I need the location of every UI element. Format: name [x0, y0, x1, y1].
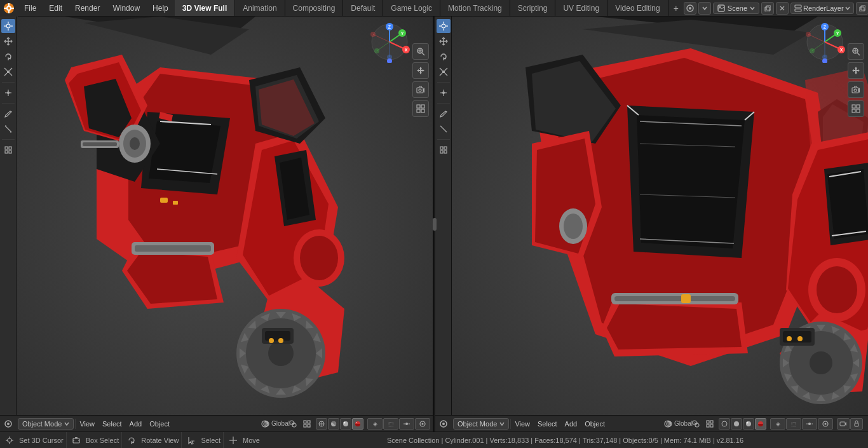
nav-gizmo-right[interactable]: Z Y X	[804, 22, 846, 63]
pan-btn-right[interactable]	[848, 62, 864, 79]
rendered-btn-left[interactable]	[352, 418, 363, 430]
tab-motion-tracking[interactable]: Motion Tracking	[440, 0, 510, 16]
camera-view-right[interactable]	[837, 418, 850, 430]
solid-btn-left[interactable]	[328, 418, 339, 430]
object-menu-left[interactable]: Object	[146, 416, 173, 431]
nav-gizmo-left[interactable]: Z Y X	[369, 22, 410, 63]
solid-btn-right[interactable]	[731, 418, 742, 430]
zoom-btn-left[interactable]	[412, 43, 429, 60]
add-menu-right[interactable]: Add	[561, 416, 581, 431]
viewport-right-model	[452, 17, 868, 431]
tab-scripting[interactable]: Scripting	[510, 0, 556, 16]
object-mode-dropdown-left[interactable]: Object Mode	[18, 418, 74, 430]
xray-toggle-right[interactable]: ⬚	[786, 418, 801, 430]
menu-help[interactable]: Help	[146, 0, 175, 16]
rendered-btn-right[interactable]	[755, 418, 766, 430]
scale-tool-btn-r[interactable]	[437, 65, 451, 79]
add-menu-left[interactable]: Add	[126, 416, 146, 431]
proportional-edit-right[interactable]	[818, 418, 833, 430]
viewport-right[interactable]: Z Y X	[435, 17, 868, 431]
proportional-edit-left[interactable]	[415, 418, 430, 430]
svg-rect-148	[444, 151, 447, 153]
pan-btn-left[interactable]	[412, 62, 429, 79]
render-layer-copy-btn[interactable]	[856, 2, 868, 15]
overlay-right[interactable]	[689, 417, 702, 430]
overlay-toggle-right[interactable]: ◈	[770, 418, 785, 430]
scene-close-btn[interactable]	[776, 2, 789, 15]
scene-selector[interactable]: Scene	[713, 3, 759, 14]
wireframe-btn-left[interactable]	[316, 418, 327, 430]
svg-point-233	[825, 423, 827, 424]
tab-animation[interactable]: Animation	[235, 0, 285, 16]
view-lock-right[interactable]	[850, 418, 863, 430]
svg-rect-39	[5, 147, 8, 149]
scene-icon-btn[interactable]	[684, 2, 696, 15]
view-menu-left[interactable]: View	[76, 416, 98, 431]
scene-expand-btn[interactable]	[698, 2, 711, 15]
menu-edit[interactable]: Edit	[43, 0, 69, 16]
viewport-shading-left[interactable]: Global	[273, 417, 285, 430]
svg-rect-147	[440, 151, 443, 153]
zoom-btn-right[interactable]	[848, 43, 864, 60]
menu-render[interactable]: Render	[69, 0, 106, 16]
add-workspace-button[interactable]: +	[668, 0, 684, 16]
grid-btn-left[interactable]	[412, 100, 429, 117]
tab-3d-view-full[interactable]: 3D View Full	[175, 0, 235, 16]
viewport-bottom-bar-right: Object Mode View Select Add Object	[435, 415, 868, 431]
transform-right[interactable]: Global	[675, 417, 688, 430]
xray-toggle-left[interactable]: ⬚	[383, 418, 398, 430]
tab-game-logic[interactable]: Game Logic	[383, 0, 440, 16]
viewport-divider[interactable]	[434, 17, 435, 431]
svg-point-178	[787, 336, 792, 341]
measure-tool-btn-r[interactable]	[437, 122, 451, 136]
menu-file[interactable]: File	[18, 0, 43, 16]
svg-point-106	[7, 423, 10, 425]
annotate-tool-btn-r[interactable]	[437, 107, 451, 121]
add-object-tool-btn[interactable]	[1, 143, 15, 157]
move-tool-btn-r[interactable]	[437, 34, 451, 48]
tab-uv-editing[interactable]: UV Editing	[555, 0, 607, 16]
view-menu-right[interactable]: View	[511, 416, 534, 431]
move-tool-btn[interactable]	[1, 34, 15, 48]
menu-window[interactable]: Window	[106, 0, 146, 16]
material-btn-left[interactable]	[340, 418, 351, 430]
object-menu-right[interactable]: Object	[581, 416, 609, 431]
cursor-tool-btn[interactable]	[1, 19, 15, 33]
camera-btn-left[interactable]	[412, 81, 429, 98]
snapping-toggle-right[interactable]	[802, 418, 817, 430]
rotate-tool-btn-r[interactable]	[437, 50, 451, 64]
snapping-toggle-left[interactable]	[399, 418, 414, 430]
viewport-left[interactable]: Z Y X	[0, 17, 434, 431]
tab-default[interactable]: Default	[343, 0, 383, 16]
object-mode-dropdown-right[interactable]: Object Mode	[453, 418, 509, 430]
rotate-tool-btn[interactable]	[1, 50, 15, 64]
select-menu-right[interactable]: Select	[534, 416, 561, 431]
set-3d-cursor-label: Set 3D Cursor	[19, 437, 64, 444]
scene-copy-btn[interactable]	[761, 2, 774, 15]
gizmo-right[interactable]	[703, 417, 716, 430]
camera-btn-right[interactable]	[848, 81, 864, 98]
add-object-tool-btn-r[interactable]	[437, 143, 451, 157]
grid-btn-right[interactable]	[848, 100, 864, 117]
tab-video-editing[interactable]: Video Editing	[607, 0, 668, 16]
scale-tool-btn[interactable]	[1, 65, 15, 79]
overlay-toggle-left[interactable]: ◈	[367, 418, 383, 430]
select-menu-left[interactable]: Select	[98, 416, 126, 431]
cursor-tool-btn-r[interactable]	[437, 19, 451, 33]
viewport-right-mode-icon[interactable]	[435, 416, 452, 431]
transform-tool-btn-r[interactable]	[437, 86, 451, 100]
svg-rect-101	[417, 105, 420, 108]
viewport-gizmo-left[interactable]	[301, 417, 313, 430]
overlay-buttons-right: ◈ ⬚	[770, 418, 833, 430]
annotate-tool-btn[interactable]	[1, 107, 15, 121]
blender-logo[interactable]	[0, 0, 18, 17]
viewport-overlay-left[interactable]	[287, 417, 299, 430]
material-btn-right[interactable]	[743, 418, 754, 430]
left-toolbar-left-viewport	[0, 17, 17, 415]
transform-tool-btn[interactable]	[1, 86, 15, 100]
render-layer-selector[interactable]: RenderLayer	[790, 3, 854, 14]
measure-tool-btn[interactable]	[1, 122, 15, 136]
viewport-left-mode-icon[interactable]	[0, 416, 17, 431]
tab-compositing[interactable]: Compositing	[285, 0, 344, 16]
wireframe-btn-right[interactable]	[719, 418, 730, 430]
